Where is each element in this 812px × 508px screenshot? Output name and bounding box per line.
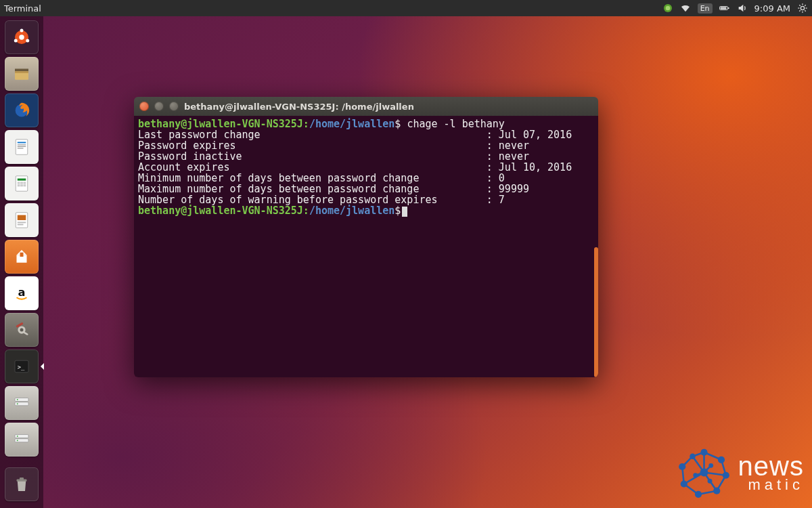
svg-line-12 <box>799 10 800 11</box>
svg-rect-21 <box>15 71 28 73</box>
watermark-line1: news <box>738 454 804 478</box>
launcher-files[interactable] <box>5 57 39 91</box>
svg-rect-31 <box>20 182 23 184</box>
keyboard-indicator[interactable]: En <box>698 3 713 14</box>
svg-line-13 <box>805 5 805 5</box>
svg-rect-37 <box>18 215 26 221</box>
svg-point-1 <box>665 6 670 11</box>
svg-text:>_: >_ <box>18 364 25 371</box>
prompt-path: /home/jlwallen <box>309 205 394 217</box>
svg-rect-41 <box>20 253 24 257</box>
prompt-symbol: $ <box>394 205 401 217</box>
window-minimize-button[interactable] <box>154 102 164 111</box>
launcher-amazon[interactable]: a <box>5 276 39 310</box>
launcher-impress[interactable] <box>5 203 39 237</box>
launcher-settings[interactable] <box>5 313 39 347</box>
network-wifi-icon[interactable] <box>680 3 691 14</box>
update-indicator-icon[interactable] <box>662 3 673 14</box>
svg-point-16 <box>20 29 24 33</box>
svg-text:a: a <box>18 286 26 299</box>
terminal-titlebar[interactable]: bethany@jlwallen-VGN-NS325J: /home/jlwal… <box>134 97 598 116</box>
svg-rect-19 <box>15 69 28 72</box>
svg-rect-26 <box>18 146 26 147</box>
svg-rect-24 <box>18 142 26 144</box>
svg-rect-3 <box>728 7 729 9</box>
launcher-terminal[interactable]: >_ <box>5 350 39 383</box>
launcher-writer[interactable] <box>5 130 39 164</box>
svg-point-44 <box>20 329 24 332</box>
svg-rect-34 <box>20 184 23 186</box>
terminal-scrollbar[interactable] <box>594 247 598 377</box>
svg-rect-25 <box>18 144 26 145</box>
session-gear-icon[interactable] <box>797 3 808 14</box>
prompt-user: bethany@jlwallen-VGN-NS325J <box>138 205 303 217</box>
launcher-calc[interactable] <box>5 167 39 200</box>
svg-point-5 <box>800 6 804 9</box>
watermark-logo: news matic <box>675 444 804 501</box>
svg-point-56 <box>17 440 18 441</box>
launcher-server-b[interactable] <box>5 423 39 457</box>
active-app-label[interactable]: Terminal <box>4 3 41 14</box>
command-output: Last password change : Jul 07, 2016 Pass… <box>138 129 572 206</box>
svg-rect-30 <box>18 182 20 184</box>
unity-launcher: a >_ <box>0 16 43 508</box>
terminal-cursor <box>402 207 407 217</box>
svg-point-51 <box>17 399 18 400</box>
svg-rect-4 <box>720 7 726 9</box>
svg-rect-35 <box>24 184 26 186</box>
launcher-server-a[interactable] <box>5 386 39 420</box>
svg-point-17 <box>14 39 18 43</box>
terminal-body[interactable]: bethany@jlwallen-VGN-NS325J:/home/jlwall… <box>134 116 598 377</box>
watermark-line2: matic <box>738 478 804 492</box>
globe-icon <box>675 444 733 501</box>
svg-rect-29 <box>18 179 26 181</box>
window-close-button[interactable] <box>139 102 149 111</box>
svg-line-10 <box>799 5 800 5</box>
svg-rect-32 <box>24 182 26 184</box>
battery-icon[interactable] <box>719 3 730 14</box>
launcher-trash[interactable] <box>5 467 39 501</box>
launcher-dash[interactable] <box>5 20 39 54</box>
svg-point-18 <box>26 39 29 43</box>
terminal-window[interactable]: bethany@jlwallen-VGN-NS325J: /home/jlwal… <box>134 97 598 377</box>
svg-point-52 <box>17 403 18 404</box>
launcher-firefox[interactable] <box>5 93 39 127</box>
svg-line-11 <box>805 10 805 11</box>
window-maximize-button[interactable] <box>169 102 179 111</box>
launcher-software-center[interactable] <box>5 240 39 274</box>
svg-rect-33 <box>18 184 20 186</box>
indicator-area: En 9:09 AM <box>662 3 808 14</box>
sound-icon[interactable] <box>737 3 748 14</box>
clock-text[interactable]: 9:09 AM <box>754 3 790 14</box>
svg-rect-58 <box>20 478 24 480</box>
svg-rect-38 <box>18 222 26 224</box>
svg-rect-39 <box>18 224 24 226</box>
svg-point-15 <box>19 35 24 40</box>
svg-point-55 <box>17 436 18 437</box>
svg-rect-27 <box>18 148 24 148</box>
top-menu-bar: Terminal En 9:09 AM <box>0 0 812 16</box>
window-title: bethany@jlwallen-VGN-NS325J: /home/jlwal… <box>184 102 414 112</box>
